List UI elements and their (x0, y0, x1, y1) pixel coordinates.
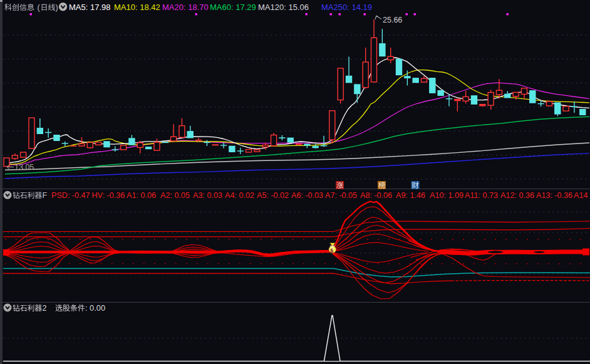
svg-text:25.66: 25.66 (383, 16, 402, 24)
svg-text:HV: -0.36: HV: -0.36 (92, 191, 125, 200)
svg-text:MA20: 18.70: MA20: 18.70 (162, 3, 209, 12)
svg-text:A3: 0.03: A3: 0.03 (193, 191, 222, 200)
svg-text:MA250: 14.19: MA250: 14.19 (321, 3, 372, 12)
svg-text:A10: 1.09: A10: 1.09 (430, 191, 463, 200)
svg-text:A9: 1.46: A9: 1.46 (396, 191, 425, 200)
svg-text:A1: 0.06: A1: 0.06 (127, 191, 156, 200)
svg-text:A11: 0.73: A11: 0.73 (465, 191, 498, 200)
svg-text:A14: A14 (574, 191, 587, 200)
svg-text:A13: -0.36: A13: -0.36 (536, 191, 572, 200)
svg-text:MA10: 18.42: MA10: 18.42 (114, 3, 160, 12)
svg-text:A7: -0.05: A7: -0.05 (325, 191, 357, 200)
svg-text:A12: 0.36: A12: 0.36 (500, 191, 534, 200)
svg-text:A5: -0.02: A5: -0.02 (257, 191, 289, 200)
svg-text:13.05: 13.05 (14, 163, 34, 172)
svg-text:A6: -0.03: A6: -0.03 (291, 191, 323, 200)
svg-text:PSD: -0.47: PSD: -0.47 (51, 191, 90, 200)
svg-text:A4: 0.02: A4: 0.02 (225, 191, 254, 200)
svg-text:A8: -0.06: A8: -0.06 (360, 191, 392, 200)
svg-text:MA120: 15.06: MA120: 15.06 (258, 3, 309, 12)
svg-text:: 0.00: : 0.00 (85, 303, 105, 313)
svg-text:MA5: 17.98: MA5: 17.98 (69, 3, 111, 12)
svg-text:2: 2 (43, 304, 47, 313)
svg-text:): ) (56, 3, 58, 12)
svg-text:MA60: 17.29: MA60: 17.29 (210, 3, 256, 12)
svg-text:A2: 0.05: A2: 0.05 (160, 191, 190, 200)
svg-text:F: F (43, 191, 48, 200)
svg-text:$: $ (330, 247, 334, 254)
